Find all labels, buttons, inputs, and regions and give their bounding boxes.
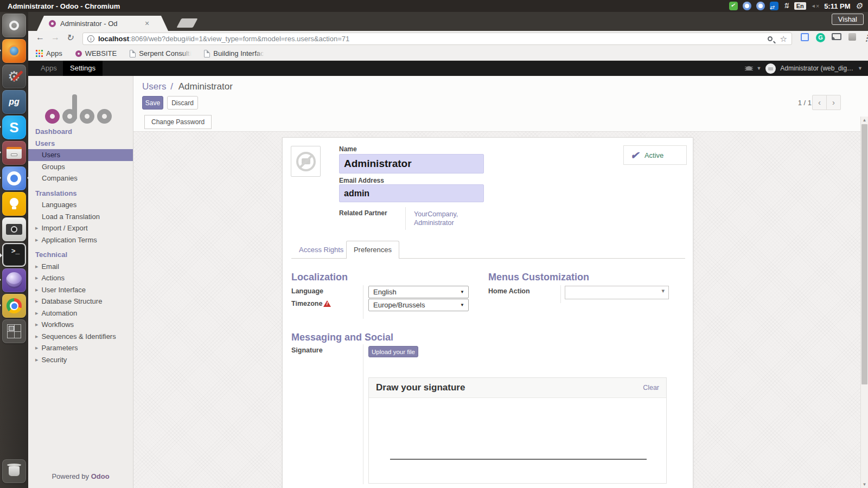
reload-button[interactable] — [66, 33, 73, 43]
user-avatar[interactable] — [765, 63, 776, 74]
save-button[interactable]: Save — [142, 96, 163, 110]
timezone-label: Timezone — [291, 300, 331, 307]
pager-previous-button[interactable]: ‹ — [812, 95, 827, 110]
user-menu[interactable]: Administrator (web_dig… — [780, 65, 853, 72]
nav-item-settings[interactable]: Settings — [63, 61, 103, 76]
related-partner-link[interactable]: YourCompany, Administrator — [414, 210, 458, 227]
sidebar-item-database-structure[interactable]: Database Structure — [28, 296, 133, 307]
tab-preferences[interactable]: Preferences — [346, 241, 399, 259]
archive-manager-icon[interactable] — [2, 141, 26, 165]
upload-file-button[interactable]: Upload your file — [368, 346, 418, 357]
ubuntu-dash-icon[interactable] — [2, 14, 26, 37]
browser-profile-chip[interactable]: Vishal — [832, 14, 864, 25]
sidebar-item-workflows[interactable]: Workflows — [28, 319, 133, 331]
scroll-up-icon[interactable] — [861, 118, 868, 123]
debug-bug-icon[interactable] — [746, 66, 752, 70]
chromium-icon[interactable] — [2, 166, 26, 190]
sidebar-item-dashboard[interactable]: Dashboard — [28, 126, 133, 138]
powered-by-brand[interactable]: Odoo — [91, 472, 110, 480]
sidebar-item-sequences-identifiers[interactable]: Sequences & Identifiers — [28, 331, 133, 343]
back-button[interactable] — [36, 33, 44, 42]
chrome-icon[interactable] — [2, 294, 26, 318]
timezone-select[interactable]: Europe/Brussels — [368, 299, 469, 311]
address-bar[interactable]: i localhost :8069/web?debug#id=1&view_ty… — [82, 33, 792, 45]
change-password-button[interactable]: Change Password — [144, 115, 212, 129]
signature-draw-area[interactable] — [369, 398, 666, 483]
network-arrows-icon[interactable] — [783, 2, 789, 10]
bookmark-serpent-consulti[interactable]: Serpent Consulti — [130, 49, 191, 57]
browser-menu-icon[interactable] — [863, 33, 868, 43]
camera-icon[interactable] — [2, 217, 26, 241]
sidebar-item-email[interactable]: Email — [28, 261, 133, 273]
grammarly-extension-icon[interactable]: G — [816, 33, 825, 42]
pager-next-button[interactable]: › — [826, 95, 841, 110]
bookmark-star-icon[interactable]: ☆ — [780, 34, 787, 44]
timezone-warning-icon[interactable] — [323, 300, 331, 307]
sound-muted-icon[interactable] — [811, 3, 819, 9]
skype-icon[interactable]: S — [2, 115, 26, 139]
page-icon — [130, 50, 136, 57]
email-input[interactable] — [339, 184, 484, 202]
messaging-heading: Messaging and Social — [291, 332, 393, 343]
sidebar-item-security[interactable]: Security — [28, 354, 133, 366]
nav-item-apps[interactable]: Apps — [41, 61, 57, 76]
screenshot-extension-icon[interactable] — [801, 33, 809, 41]
sidebar-item-import-export[interactable]: Import / Export — [28, 222, 133, 234]
sidebar-item-groups[interactable]: Groups — [28, 161, 133, 173]
cast-extension-icon[interactable] — [832, 33, 841, 40]
sidebar-item-languages[interactable]: Languages — [28, 199, 133, 211]
sidebar-item-actions[interactable]: Actions — [28, 272, 133, 284]
signature-clear-link[interactable]: Clear — [643, 384, 659, 391]
breadcrumb-users[interactable]: Users — [142, 81, 166, 92]
google-keep-icon[interactable] — [2, 192, 26, 216]
bookmark-website[interactable]: WEBSITE — [75, 49, 117, 57]
sidebar-item-user-interface[interactable]: User Interface — [28, 284, 133, 296]
discard-button[interactable]: Discard — [167, 96, 198, 110]
active-checkbox-group[interactable]: Active — [623, 145, 687, 165]
bookmark-building-interfac[interactable]: Building Interfac — [204, 49, 264, 57]
terminal-icon[interactable]: >_ — [2, 243, 26, 267]
language-select[interactable]: English — [368, 286, 469, 298]
bookmark-apps[interactable]: Apps — [36, 49, 62, 57]
postgresql-icon[interactable]: pg — [2, 90, 26, 114]
debug-caret-icon[interactable] — [756, 66, 761, 71]
sidebar-item-companies[interactable]: Companies — [28, 172, 133, 184]
new-tab-button[interactable] — [176, 18, 197, 28]
home-action-combobox[interactable] — [565, 286, 669, 299]
trash-icon[interactable] — [2, 459, 26, 483]
eclipse-icon[interactable] — [2, 268, 26, 292]
zoom-icon[interactable] — [768, 36, 773, 41]
session-gear-icon[interactable] — [856, 2, 863, 10]
vertical-scrollbar[interactable] — [860, 117, 868, 488]
localization-heading: Localization — [291, 272, 348, 283]
tab-title: Administrator - Od — [60, 20, 142, 28]
teamviewer-tray-icon[interactable] — [770, 2, 778, 10]
active-checkbox-checked-icon[interactable] — [630, 149, 639, 162]
skype-tray-icon[interactable] — [729, 2, 738, 10]
sidebar-item-load-a-translation[interactable]: Load a Translation — [28, 211, 133, 223]
breadcrumb: Users / Administrator — [142, 81, 233, 92]
chromium-tray-icon[interactable] — [743, 2, 751, 10]
scroll-down-icon[interactable] — [861, 482, 868, 487]
tab-access-rights[interactable]: Access Rights — [299, 246, 343, 254]
clock[interactable]: 5:11 PM — [824, 2, 850, 10]
sidebar-item-parameters[interactable]: Parameters — [28, 342, 133, 354]
related-partner-label: Related Partner — [339, 209, 387, 217]
pager-count: 1 / 1 — [798, 99, 812, 107]
cube-extension-icon[interactable] — [848, 33, 856, 41]
system-settings-icon[interactable]: ⚙ — [2, 65, 26, 88]
keyboard-layout-indicator[interactable]: En — [794, 2, 806, 10]
tab-administrator-odoo[interactable]: Administrator - Od × — [37, 16, 168, 31]
user-image-placeholder[interactable] — [291, 146, 321, 177]
scrollbar-thumb[interactable] — [861, 124, 867, 384]
user-menu-caret-icon[interactable] — [858, 66, 863, 71]
firefox-icon[interactable] — [2, 39, 26, 63]
sidebar-item-application-terms[interactable]: Application Terms — [28, 234, 133, 246]
tab-close-icon[interactable]: × — [145, 19, 149, 28]
page-info-icon[interactable]: i — [87, 35, 94, 42]
sidebar-item-users[interactable]: Users — [28, 149, 133, 161]
chromium-tray-icon[interactable] — [756, 2, 765, 10]
workspace-switcher-icon[interactable] — [2, 319, 26, 343]
sidebar-item-automation[interactable]: Automation — [28, 307, 133, 319]
name-input[interactable] — [339, 154, 484, 174]
